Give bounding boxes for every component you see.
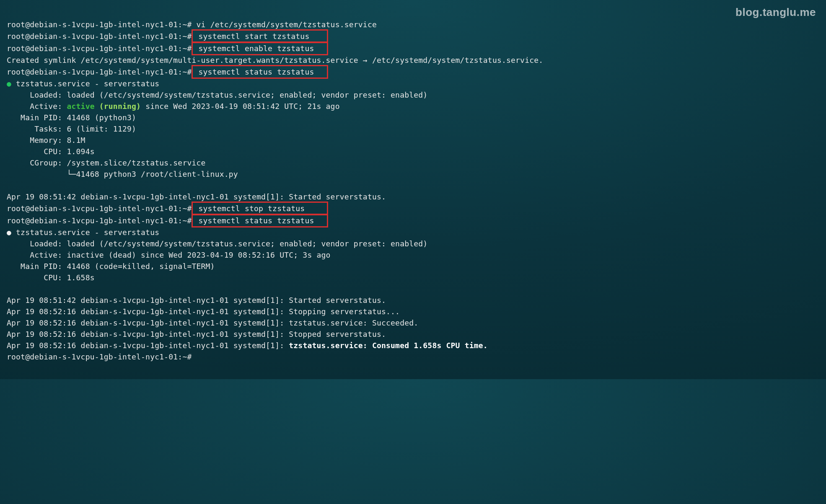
loaded-line: Loaded: loaded (/etc/systemd/system/tzst… <box>7 90 427 99</box>
prompt: root@debian-s-1vcpu-1gb-intel-nyc1-01:~# <box>7 216 192 225</box>
cpu-line: CPU: 1.094s <box>7 147 95 156</box>
prompt: root@debian-s-1vcpu-1gb-intel-nyc1-01:~# <box>7 67 192 76</box>
log-line: Apr 19 08:52:16 debian-s-1vcpu-1gb-intel… <box>7 318 418 327</box>
cgroup-line: CGroup: /system.slice/tzstatus.service <box>7 158 206 167</box>
prompt: root@debian-s-1vcpu-1gb-intel-nyc1-01:~# <box>7 44 192 53</box>
status-bullet-icon: ● <box>7 79 11 88</box>
main-pid-line: Main PID: 41468 (python3) <box>7 113 136 122</box>
prompt: root@debian-s-1vcpu-1gb-intel-nyc1-01:~# <box>7 32 192 41</box>
log-line: Apr 19 08:52:16 debian-s-1vcpu-1gb-intel… <box>7 307 400 316</box>
service-line: tzstatus.service - serverstatus <box>11 79 159 88</box>
cmd-status: systemctl status tzstatus <box>199 216 314 225</box>
output-line: Created symlink /etc/systemd/system/mult… <box>7 56 543 65</box>
main-pid-line: Main PID: 41468 (code=killed, signal=TER… <box>7 262 215 271</box>
cmd-enable: systemctl enable tzstatus <box>199 44 314 53</box>
cmd-status: systemctl status tzstatus <box>199 67 314 76</box>
service-line: tzstatus.service - serverstatus <box>11 228 159 237</box>
prompt: root@debian-s-1vcpu-1gb-intel-nyc1-01:~# <box>7 20 192 29</box>
cmd-stop: systemctl stop tzstatus <box>199 204 305 213</box>
log-prefix: Apr 19 08:52:16 debian-s-1vcpu-1gb-intel… <box>7 341 289 350</box>
log-bold: tzstatus.service: Consumed 1.658s CPU ti… <box>289 341 488 350</box>
cpu-line: CPU: 1.658s <box>7 273 95 282</box>
status-bullet-icon: ● <box>7 228 11 237</box>
running-state: (running) <box>99 102 141 111</box>
inactive-line: Active: inactive (dead) since Wed 2023-0… <box>7 251 331 259</box>
active-state: active <box>67 102 99 111</box>
highlight-box: systemctl status tzstatus <box>192 214 328 227</box>
prompt: root@debian-s-1vcpu-1gb-intel-nyc1-01:~# <box>7 352 192 361</box>
memory-line: Memory: 8.1M <box>7 136 85 145</box>
cmd-vi: vi /etc/systemd/system/tzstatus.service <box>197 20 377 29</box>
terminal-output: root@debian-s-1vcpu-1gb-intel-nyc1-01:~#… <box>0 0 826 379</box>
log-line: Apr 19 08:52:16 debian-s-1vcpu-1gb-intel… <box>7 330 386 339</box>
prompt: root@debian-s-1vcpu-1gb-intel-nyc1-01:~# <box>7 204 192 213</box>
highlight-box: systemctl enable tzstatus <box>192 41 328 55</box>
log-line: Apr 19 08:51:42 debian-s-1vcpu-1gb-intel… <box>7 192 386 201</box>
active-rest: since Wed 2023-04-19 08:51:42 UTC; 21s a… <box>141 102 340 111</box>
log-line: Apr 19 08:51:42 debian-s-1vcpu-1gb-intel… <box>7 296 386 305</box>
cgroup-child: └─41468 python3 /root/client-linux.py <box>7 170 238 178</box>
tasks-line: Tasks: 6 (limit: 1129) <box>7 124 136 133</box>
highlight-box: systemctl status tzstatus <box>192 65 328 79</box>
loaded-line: Loaded: loaded (/etc/systemd/system/tzst… <box>7 239 427 248</box>
active-label: Active: <box>7 102 67 111</box>
cmd-start: systemctl start tzstatus <box>199 32 310 41</box>
